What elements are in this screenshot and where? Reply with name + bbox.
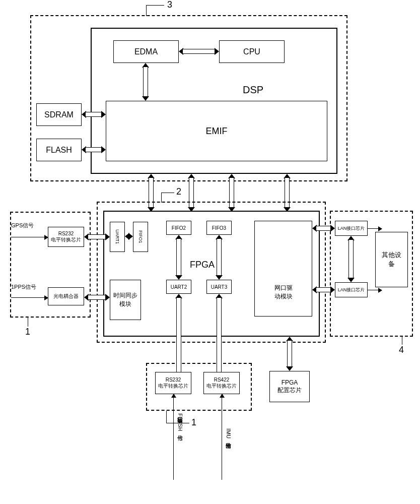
lan1-label: LAN接口芯片 (338, 225, 365, 232)
arrow-lan1-lan2 (347, 236, 355, 282)
rs232-1-label: RS232 电平转换芯片 (51, 231, 81, 243)
arrow-serial-in (173, 394, 174, 480)
arrow-lan1-other (368, 228, 382, 229)
fifo1-label: FIFO1 (138, 230, 143, 243)
arrow-netdrv-lan1 (312, 225, 335, 232)
cpu-label: CPU (243, 47, 260, 56)
fifo3-block: FIFO3 (206, 221, 232, 235)
uart1-label: UART1 (115, 229, 120, 244)
opto-label: 光电耦合器 (53, 293, 79, 300)
time-sync-block: 时间同步模块 (110, 280, 141, 320)
opto-block: 光电耦合器 (48, 287, 84, 305)
sdram-label: SDRAM (44, 110, 74, 119)
num-1-left: 1 (25, 327, 30, 337)
rs232-2-label: RS232 电平转换芯片 (158, 377, 188, 390)
edma-label: EDMA (134, 47, 158, 56)
fpga-cfg-label: FPGA 配置芯片 (277, 379, 302, 395)
fpga-cfg-block: FPGA 配置芯片 (269, 371, 310, 402)
leader-1b (166, 411, 167, 423)
num-4: 4 (399, 345, 404, 355)
gps-label: GPS信号 (11, 222, 34, 229)
net-drv-label: 网口驱动模块 (273, 284, 294, 301)
uart3-block: UART3 (206, 280, 232, 294)
cpu-block: CPU (219, 40, 285, 63)
arrow-uart1-fifo1 (125, 233, 133, 240)
num-3: 3 (167, 0, 172, 10)
edma-block: EDMA (113, 40, 179, 63)
other-label: 其他设备 (382, 250, 402, 269)
arrow-lan2-other (368, 290, 382, 290)
arrow-pps-in (11, 297, 48, 298)
emif-block: EMIF (106, 101, 327, 161)
arrow-fifo2-uart2 (175, 235, 182, 280)
leader-3b (146, 5, 164, 6)
pps-label: 1PPS信号 (11, 283, 36, 291)
arrow-flash-emif (82, 146, 106, 153)
emif-label: EMIF (206, 126, 228, 137)
arrow-edma-emif (142, 63, 149, 101)
sdram-block: SDRAM (36, 103, 82, 126)
fifo2-label: FIFO2 (172, 225, 186, 231)
arrow-opto-timesync (84, 294, 110, 301)
fifo3-label: FIFO3 (212, 225, 226, 231)
leader-2 (161, 193, 162, 203)
leader-3 (146, 5, 147, 16)
uart1-block: UART1 (110, 222, 125, 252)
lan2-block: LAN接口芯片 (335, 282, 368, 297)
lan2-label: LAN接口芯片 (338, 287, 365, 293)
arrow-sdram-emif (82, 111, 106, 118)
uart3-label: UART3 (211, 284, 228, 290)
rs422-label: RS422 电平转换芯片 (206, 377, 237, 390)
arrow-imu-in (222, 394, 222, 480)
arrow-rs232-uart2 (175, 294, 182, 372)
net-drv-block: 网口驱动模块 (254, 221, 312, 317)
rs232-1-block: RS232 电平转换芯片 (48, 227, 84, 247)
uart2-label: UART2 (171, 284, 187, 290)
flash-label: FLASH (46, 146, 72, 155)
arrow-rs232-uart1 (84, 233, 110, 240)
leader-1l (28, 318, 28, 327)
rs422-block: RS422 电平转换芯片 (203, 372, 240, 394)
dsp-label: DSP (243, 84, 263, 96)
arrow-gps-in (11, 237, 48, 237)
arrow-rs422-uart3 (216, 294, 223, 372)
leader-4 (402, 337, 402, 345)
arrow-fifo3-uart3 (216, 235, 223, 280)
fifo1-block: FIFO1 (133, 222, 148, 252)
arrow-fpga-cfg (286, 337, 293, 371)
num-1-bottom: 1 (191, 417, 196, 428)
num-2: 2 (176, 186, 181, 197)
other-block: 其他设备 (375, 232, 408, 287)
time-sync-label: 时间同步模块 (113, 291, 138, 308)
fifo2-block: FIFO2 (166, 221, 191, 235)
arrow-edma-cpu (179, 48, 219, 55)
leader-2b (161, 193, 174, 193)
arrow-netdrv-lan2 (312, 286, 335, 293)
lan1-block: LAN接口芯片 (335, 221, 368, 236)
imu-out-label: IMU输出信号 (225, 428, 232, 438)
uart2-block: UART2 (166, 280, 191, 294)
fpga-label: FPGA (190, 260, 215, 270)
flash-block: FLASH (36, 139, 82, 161)
serial-flash-label: 串口烧写FLASH信号 (176, 413, 184, 431)
rs232-2-block: RS232 电平转换芯片 (155, 372, 191, 394)
